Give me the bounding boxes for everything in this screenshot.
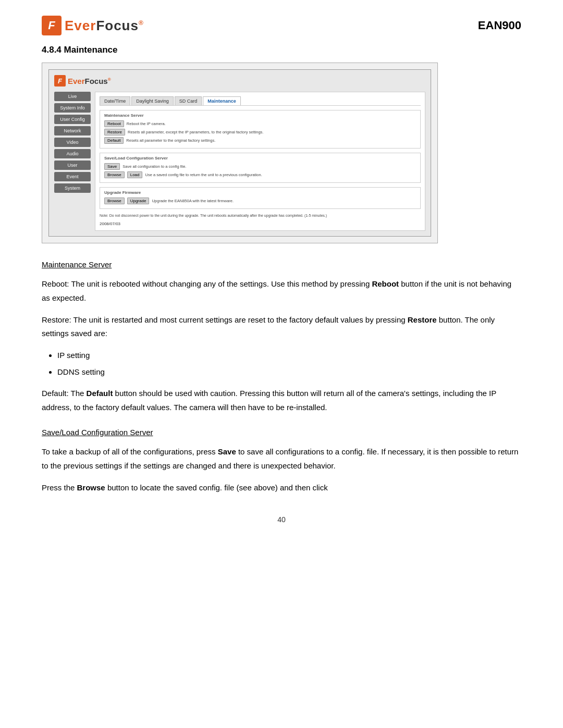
restore-paragraph: Restore: The unit is restarted and most …	[42, 313, 521, 341]
ui-date: 2008/07/03	[100, 221, 421, 226]
upgrade-section: Upgrade Firmware Browse Upgrade Upgrade …	[100, 187, 421, 209]
tab-daylightsaving[interactable]: Daylight Saving	[131, 96, 174, 105]
list-item: DDNS setting	[57, 365, 521, 379]
default-bold: Default	[87, 389, 113, 398]
maintenance-server-section: Maintenance Server Reboot Reboot the IP …	[100, 110, 421, 149]
default-desc: Resets all parameter to the original fac…	[126, 138, 215, 143]
reboot-desc: Reboot the IP camera.	[127, 121, 166, 126]
reboot-row: Reboot Reboot the IP camera.	[104, 120, 416, 127]
section-heading: 4.8.4 Maintenance	[42, 45, 521, 55]
sidebar-btn-user[interactable]: User	[54, 161, 91, 170]
saveload-paragraph: To take a backup of all of the configura…	[42, 445, 521, 473]
ui-logo-icon: F	[54, 75, 66, 87]
tab-datetime[interactable]: Date/Time	[100, 96, 130, 105]
sidebar-btn-system[interactable]: System	[54, 183, 91, 193]
sidebar-btn-systeminfo[interactable]: System Info	[54, 103, 91, 113]
upgrade-button[interactable]: Upgrade	[127, 198, 150, 204]
saveload-title: Save/Load Configuration Server	[104, 156, 416, 161]
sidebar-btn-audio[interactable]: Audio	[54, 149, 91, 158]
restore-bold: Restore	[408, 315, 437, 324]
default-button[interactable]: Default	[104, 137, 124, 144]
sidebar-btn-live[interactable]: Live	[54, 92, 91, 101]
upgrade-note: Note: Do not disconnect power to the uni…	[100, 213, 421, 218]
model-name: EAN900	[478, 16, 521, 32]
page-header: F EverFocus® EAN900	[42, 16, 521, 35]
doc-content: Maintenance Server Reboot: The unit is r…	[42, 258, 521, 495]
browse-bold: Browse	[77, 483, 105, 492]
load-button[interactable]: Load	[127, 171, 143, 178]
restore-button[interactable]: Restore	[104, 129, 125, 135]
ui-main-panel: Date/Time Daylight Saving SD Card Mainte…	[95, 92, 425, 231]
save-desc: Save all configuration to a config file.	[123, 164, 186, 169]
page-number: 40	[42, 515, 521, 524]
sidebar-btn-network[interactable]: Network	[54, 126, 91, 135]
upgrade-row: Browse Upgrade Upgrade the EAN850A with …	[104, 198, 416, 204]
upgrade-desc: Upgrade the EAN850A with the latest firm…	[152, 199, 234, 203]
maintenance-server-title: Maintenance Server	[104, 113, 416, 118]
default-paragraph: Default: The Default button should be us…	[42, 387, 521, 414]
saveload-heading: Save/Load Configuration Server	[42, 426, 521, 439]
load-row: Browse Load Use a saved config file to r…	[104, 171, 416, 178]
save-row: Save Save all configuration to a config …	[104, 163, 416, 170]
sidebar-btn-userconfig[interactable]: User Config	[54, 115, 91, 124]
sidebar-btn-video[interactable]: Video	[54, 138, 91, 147]
restore-desc: Resets all parameter, except the IP para…	[128, 130, 263, 134]
tab-maintenance[interactable]: Maintenance	[203, 96, 241, 105]
saveload-bold: Save	[218, 447, 236, 456]
save-button[interactable]: Save	[104, 163, 120, 170]
browse-button[interactable]: Browse	[104, 171, 125, 178]
upgrade-browse-button[interactable]: Browse	[104, 198, 125, 204]
logo-icon: F	[42, 16, 62, 35]
load-desc: Use a saved config file to return the un…	[145, 172, 262, 177]
sidebar-btn-event[interactable]: Event	[54, 172, 91, 181]
list-item: IP setting	[57, 349, 521, 362]
ui-tabs: Date/Time Daylight Saving SD Card Mainte…	[100, 96, 421, 106]
bullet-list: IP setting DDNS setting	[57, 349, 521, 378]
ui-sidebar: Live System Info User Config Network Vid…	[54, 92, 91, 231]
ui-logo-text: EverFocus®	[68, 77, 111, 85]
reboot-bold: Reboot	[372, 279, 399, 288]
ui-logo: F EverFocus®	[54, 75, 425, 87]
ui-inner: F EverFocus® Live System Info User Confi…	[48, 69, 431, 237]
logo: F EverFocus®	[42, 16, 144, 35]
default-row: Default Resets all parameter to the orig…	[104, 137, 416, 144]
saveload-section: Save/Load Configuration Server Save Save…	[100, 153, 421, 183]
ui-screenshot: F EverFocus® Live System Info User Confi…	[42, 63, 438, 243]
restore-row: Restore Resets all parameter, except the…	[104, 129, 416, 135]
tab-sdcard[interactable]: SD Card	[175, 96, 202, 105]
upgrade-title: Upgrade Firmware	[104, 190, 416, 195]
maintenance-server-heading: Maintenance Server	[42, 258, 521, 272]
ui-layout: Live System Info User Config Network Vid…	[54, 92, 425, 231]
browse-paragraph: Press the Browse button to locate the sa…	[42, 481, 521, 495]
logo-text: EverFocus®	[65, 18, 144, 34]
reboot-button[interactable]: Reboot	[104, 120, 124, 127]
reboot-paragraph: Reboot: The unit is rebooted without cha…	[42, 277, 521, 305]
